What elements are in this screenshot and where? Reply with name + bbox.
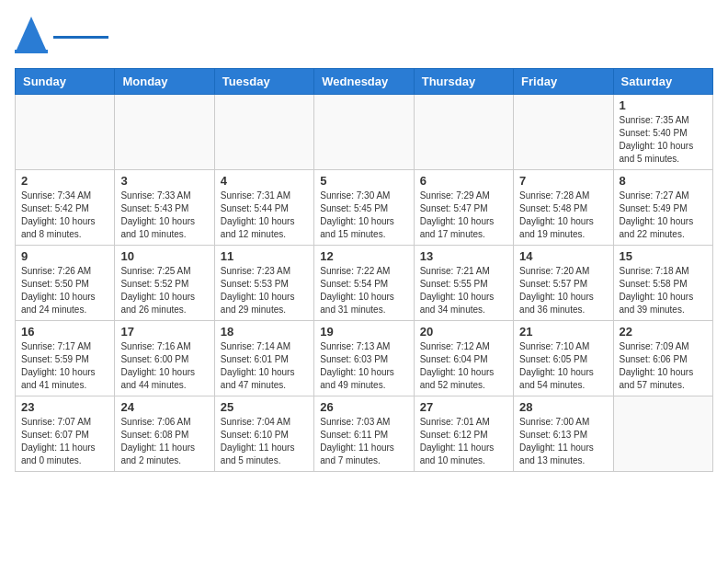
- calendar-cell: 15Sunrise: 7:18 AM Sunset: 5:58 PM Dayli…: [613, 246, 712, 321]
- day-number: 10: [120, 249, 208, 263]
- calendar-cell: 28Sunrise: 7:00 AM Sunset: 6:13 PM Dayli…: [514, 396, 613, 472]
- day-number: 20: [420, 325, 507, 339]
- svg-rect-1: [15, 50, 48, 53]
- day-header-wednesday: Wednesday: [314, 69, 414, 95]
- calendar-cell: 7Sunrise: 7:28 AM Sunset: 5:48 PM Daylig…: [514, 170, 613, 246]
- calendar-cell: 19Sunrise: 7:13 AM Sunset: 6:03 PM Dayli…: [314, 321, 414, 396]
- day-info: Sunrise: 7:03 AM Sunset: 6:11 PM Dayligh…: [320, 416, 407, 467]
- logo-underline: [53, 36, 108, 39]
- day-header-monday: Monday: [115, 69, 214, 95]
- day-info: Sunrise: 7:26 AM Sunset: 5:50 PM Dayligh…: [21, 265, 108, 316]
- calendar-cell: 17Sunrise: 7:16 AM Sunset: 6:00 PM Dayli…: [115, 321, 214, 396]
- day-info: Sunrise: 7:07 AM Sunset: 6:07 PM Dayligh…: [21, 416, 108, 467]
- day-number: 14: [519, 249, 607, 263]
- day-info: Sunrise: 7:29 AM Sunset: 5:47 PM Dayligh…: [420, 190, 507, 241]
- calendar-week-5: 23Sunrise: 7:07 AM Sunset: 6:07 PM Dayli…: [16, 396, 713, 472]
- calendar-week-2: 2Sunrise: 7:34 AM Sunset: 5:42 PM Daylig…: [16, 170, 713, 246]
- logo-text: [53, 34, 108, 39]
- day-number: 28: [519, 400, 607, 414]
- calendar-cell: 23Sunrise: 7:07 AM Sunset: 6:07 PM Dayli…: [16, 396, 115, 472]
- calendar-cell: 4Sunrise: 7:31 AM Sunset: 5:44 PM Daylig…: [214, 170, 313, 246]
- day-number: 15: [620, 249, 707, 263]
- day-header-sunday: Sunday: [16, 69, 115, 95]
- calendar-table: SundayMondayTuesdayWednesdayThursdayFrid…: [15, 68, 713, 472]
- calendar-cell: 20Sunrise: 7:12 AM Sunset: 6:04 PM Dayli…: [414, 321, 513, 396]
- day-number: 26: [320, 400, 407, 414]
- calendar-cell: 2Sunrise: 7:34 AM Sunset: 5:42 PM Daylig…: [16, 170, 115, 246]
- calendar-cell: [314, 95, 414, 170]
- calendar-cell: 3Sunrise: 7:33 AM Sunset: 5:43 PM Daylig…: [115, 170, 214, 246]
- calendar-cell: [214, 95, 313, 170]
- day-info: Sunrise: 7:21 AM Sunset: 5:55 PM Dayligh…: [420, 265, 507, 316]
- day-number: 3: [120, 174, 208, 188]
- calendar-cell: 16Sunrise: 7:17 AM Sunset: 5:59 PM Dayli…: [16, 321, 115, 396]
- day-number: 1: [620, 98, 707, 112]
- calendar-cell: 13Sunrise: 7:21 AM Sunset: 5:55 PM Dayli…: [414, 246, 513, 321]
- calendar-week-1: 1Sunrise: 7:35 AM Sunset: 5:40 PM Daylig…: [16, 95, 713, 170]
- day-number: 6: [420, 174, 507, 188]
- logo-icon: [15, 15, 48, 57]
- day-number: 5: [320, 174, 407, 188]
- day-info: Sunrise: 7:27 AM Sunset: 5:49 PM Dayligh…: [620, 190, 707, 241]
- calendar-cell: 22Sunrise: 7:09 AM Sunset: 6:06 PM Dayli…: [613, 321, 712, 396]
- page-header: [15, 15, 713, 57]
- day-header-thursday: Thursday: [414, 69, 513, 95]
- calendar-cell: 26Sunrise: 7:03 AM Sunset: 6:11 PM Dayli…: [314, 396, 414, 472]
- day-number: 9: [21, 249, 108, 263]
- day-number: 2: [21, 174, 108, 188]
- logo: [15, 15, 108, 57]
- calendar-header-row: SundayMondayTuesdayWednesdayThursdayFrid…: [16, 69, 713, 95]
- calendar-cell: [613, 396, 712, 472]
- day-number: 16: [21, 325, 108, 339]
- day-number: 19: [320, 325, 407, 339]
- calendar-cell: [16, 95, 115, 170]
- calendar-cell: 27Sunrise: 7:01 AM Sunset: 6:12 PM Dayli…: [414, 396, 513, 472]
- calendar-cell: 18Sunrise: 7:14 AM Sunset: 6:01 PM Dayli…: [214, 321, 313, 396]
- calendar-cell: [514, 95, 613, 170]
- day-number: 21: [519, 325, 607, 339]
- calendar-cell: 24Sunrise: 7:06 AM Sunset: 6:08 PM Dayli…: [115, 396, 214, 472]
- day-info: Sunrise: 7:25 AM Sunset: 5:52 PM Dayligh…: [120, 265, 208, 316]
- day-info: Sunrise: 7:28 AM Sunset: 5:48 PM Dayligh…: [519, 190, 607, 241]
- day-info: Sunrise: 7:00 AM Sunset: 6:13 PM Dayligh…: [519, 416, 607, 467]
- day-info: Sunrise: 7:10 AM Sunset: 6:05 PM Dayligh…: [519, 340, 607, 392]
- calendar-cell: 6Sunrise: 7:29 AM Sunset: 5:47 PM Daylig…: [414, 170, 513, 246]
- calendar-cell: 10Sunrise: 7:25 AM Sunset: 5:52 PM Dayli…: [115, 246, 214, 321]
- day-number: 4: [221, 174, 308, 188]
- calendar-cell: [414, 95, 513, 170]
- day-info: Sunrise: 7:23 AM Sunset: 5:53 PM Dayligh…: [221, 265, 308, 316]
- day-number: 12: [320, 249, 407, 263]
- day-number: 8: [620, 174, 707, 188]
- day-info: Sunrise: 7:04 AM Sunset: 6:10 PM Dayligh…: [221, 416, 308, 467]
- day-number: 27: [420, 400, 507, 414]
- day-info: Sunrise: 7:22 AM Sunset: 5:54 PM Dayligh…: [320, 265, 407, 316]
- day-header-tuesday: Tuesday: [214, 69, 313, 95]
- day-number: 25: [221, 400, 308, 414]
- day-info: Sunrise: 7:16 AM Sunset: 6:00 PM Dayligh…: [120, 340, 208, 392]
- day-number: 11: [221, 249, 308, 263]
- calendar-cell: 11Sunrise: 7:23 AM Sunset: 5:53 PM Dayli…: [214, 246, 313, 321]
- day-number: 22: [620, 325, 707, 339]
- day-info: Sunrise: 7:18 AM Sunset: 5:58 PM Dayligh…: [620, 265, 707, 316]
- day-info: Sunrise: 7:33 AM Sunset: 5:43 PM Dayligh…: [120, 190, 208, 241]
- day-info: Sunrise: 7:30 AM Sunset: 5:45 PM Dayligh…: [320, 190, 407, 241]
- day-info: Sunrise: 7:20 AM Sunset: 5:57 PM Dayligh…: [519, 265, 607, 316]
- day-number: 13: [420, 249, 507, 263]
- day-info: Sunrise: 7:35 AM Sunset: 5:40 PM Dayligh…: [620, 114, 707, 166]
- day-info: Sunrise: 7:14 AM Sunset: 6:01 PM Dayligh…: [221, 340, 308, 392]
- day-info: Sunrise: 7:31 AM Sunset: 5:44 PM Dayligh…: [221, 190, 308, 241]
- day-info: Sunrise: 7:34 AM Sunset: 5:42 PM Dayligh…: [21, 190, 108, 241]
- calendar-cell: 25Sunrise: 7:04 AM Sunset: 6:10 PM Dayli…: [214, 396, 313, 472]
- day-header-saturday: Saturday: [613, 69, 712, 95]
- calendar-cell: 12Sunrise: 7:22 AM Sunset: 5:54 PM Dayli…: [314, 246, 414, 321]
- day-number: 24: [120, 400, 208, 414]
- calendar-cell: 8Sunrise: 7:27 AM Sunset: 5:49 PM Daylig…: [613, 170, 712, 246]
- day-number: 7: [519, 174, 607, 188]
- calendar-cell: [115, 95, 214, 170]
- day-header-friday: Friday: [514, 69, 613, 95]
- calendar-cell: 9Sunrise: 7:26 AM Sunset: 5:50 PM Daylig…: [16, 246, 115, 321]
- day-info: Sunrise: 7:12 AM Sunset: 6:04 PM Dayligh…: [420, 340, 507, 392]
- svg-marker-0: [17, 17, 46, 50]
- day-info: Sunrise: 7:13 AM Sunset: 6:03 PM Dayligh…: [320, 340, 407, 392]
- day-info: Sunrise: 7:06 AM Sunset: 6:08 PM Dayligh…: [120, 416, 208, 467]
